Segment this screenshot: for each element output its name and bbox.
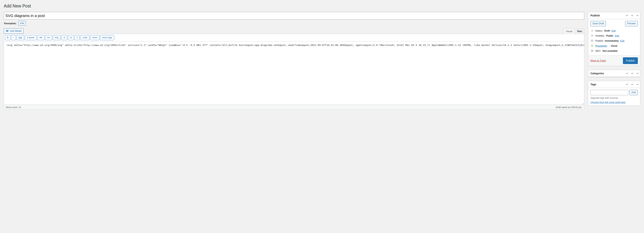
qt-img-button[interactable]: img [53,35,60,40]
camera-music-icon [6,30,9,32]
visibility-value: Public [606,34,614,37]
status-edit-link[interactable]: Edit [612,29,616,32]
add-tag-button[interactable]: Add [630,90,638,95]
qt-code-button[interactable]: code [80,35,89,40]
qt-closetags-button[interactable]: close tags [100,35,114,40]
tags-input[interactable] [590,90,628,95]
categories-box-title: Categories [588,72,624,75]
box-move-up-button[interactable] [624,12,630,19]
schedule-value: immediately [605,40,619,42]
box-move-up-button[interactable] [624,70,630,77]
yoast-readability-icon [590,44,594,47]
svg-rect-3 [591,40,593,42]
yoast-seo-icon [590,50,594,52]
quicktags-toolbar: b i link b-quote del ins img ul ol li co… [4,34,584,41]
tags-box-title: Tags [588,83,624,86]
seo-value: Not available [602,50,618,52]
box-toggle-button[interactable] [635,81,640,88]
preview-button[interactable]: Preview [625,21,638,26]
qt-more-button[interactable]: more [90,35,99,40]
visibility-edit-link[interactable]: Edit [615,34,619,37]
box-move-down-button[interactable] [630,12,635,19]
box-move-up-button[interactable] [624,81,630,88]
qt-li-button[interactable]: li [74,35,80,40]
box-move-down-button[interactable] [630,81,635,88]
status-value: Draft [604,29,610,32]
permalink-label: Permalink: [4,22,16,25]
svg-point-1 [6,30,7,31]
move-to-trash-link[interactable]: Move to Trash [590,59,606,62]
tab-visual[interactable]: Visual [563,28,575,34]
add-media-label: Add Media [10,29,22,33]
post-content-textarea[interactable] [4,41,584,105]
qt-italic-button[interactable]: i [11,35,16,40]
readability-link[interactable]: Readability [595,44,607,47]
status-label: Status: [595,29,603,32]
box-toggle-button[interactable] [635,12,640,19]
autosave-status: Draft saved at 4:36:42 pm. [556,106,582,109]
seo-label: SEO: [595,50,601,52]
box-toggle-button[interactable] [635,70,640,77]
word-count: Word count: 14 [6,106,21,109]
visibility-label: Visibility: [595,34,604,37]
eye-icon [590,34,594,37]
schedule-edit-link[interactable]: Edit [620,40,624,42]
qt-blockquote-button[interactable]: b-quote [25,35,36,40]
permalink-edit-button[interactable]: Edit [18,21,26,26]
publish-box-title: Publish [588,14,624,17]
pin-icon [590,29,594,32]
tags-box: Tags Add Separate tags with commas Choos… [588,81,640,106]
qt-ol-button[interactable]: ol [68,35,74,40]
box-move-down-button[interactable] [630,70,635,77]
page-title: Add New Post [4,2,640,9]
calendar-icon [590,40,594,42]
choose-tags-link[interactable]: Choose from the most used tags [590,101,626,104]
schedule-label: Publish [595,40,603,42]
add-media-button[interactable]: Add Media [4,28,24,34]
publish-button[interactable]: Publish [623,57,638,64]
qt-bold-button[interactable]: b [5,35,10,40]
qt-ul-button[interactable]: ul [61,35,67,40]
post-title-input[interactable] [4,12,584,20]
tags-hint: Separate tags with commas [590,97,638,99]
publish-box: Publish Save Draft Preview [588,12,640,66]
qt-ins-button[interactable]: ins [45,35,52,40]
categories-box: Categories [588,70,640,77]
readability-value: Good [611,44,617,47]
qt-link-button[interactable]: link [16,35,24,40]
save-draft-button[interactable]: Save Draft [590,21,606,26]
tab-text[interactable]: Text [574,28,584,34]
qt-del-button[interactable]: del [37,35,44,40]
svg-point-2 [592,36,592,36]
